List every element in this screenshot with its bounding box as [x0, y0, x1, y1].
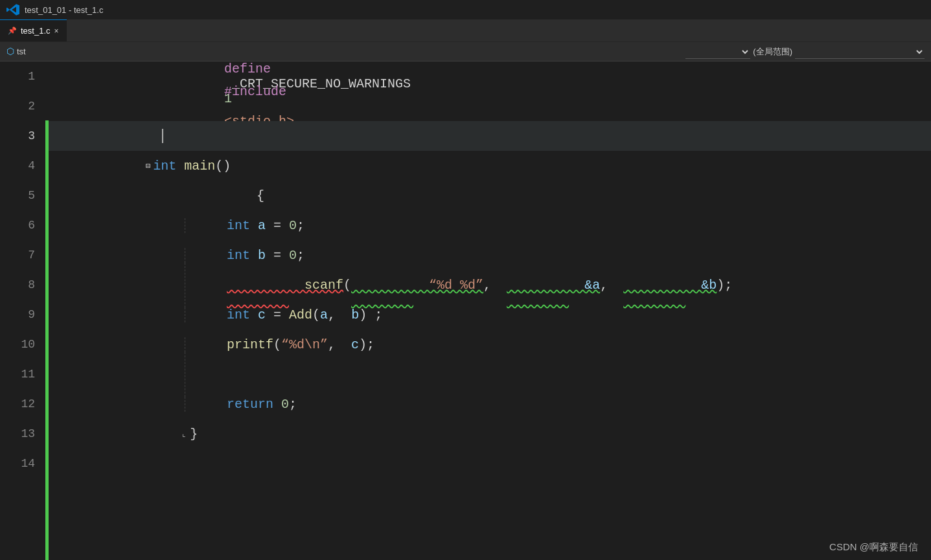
- line-num-8: 8: [0, 270, 45, 300]
- text-cursor: [162, 129, 163, 143]
- tab-pin-icon: 📌: [8, 27, 17, 35]
- code-line-12: return 0 ;: [45, 389, 931, 419]
- breadcrumb-icon: ⬡: [6, 46, 14, 57]
- code-line-2: #include <stdio.h>: [45, 91, 931, 121]
- nav-dropdown-right[interactable]: [795, 45, 925, 59]
- line-num-3: 3: [0, 121, 45, 151]
- line-num-14: 14: [0, 449, 45, 478]
- code-line-6: int a = 0 ;: [45, 210, 931, 240]
- tab-test-1-c[interactable]: 📌 test_1.c ×: [0, 19, 67, 41]
- code-line-8: scanf ( “%d %d” , &a , &b ) ;: [45, 270, 931, 300]
- line-num-5: 5: [0, 181, 45, 210]
- tab-bar: 📌 test_1.c ×: [0, 19, 931, 42]
- code-line-11: [45, 359, 931, 389]
- line-num-6: 6: [0, 210, 45, 240]
- code-line-13: ⌞ }: [45, 419, 931, 449]
- title-bar: test_01_01 - test_1.c: [0, 0, 931, 19]
- line-num-4: 4: [0, 151, 45, 181]
- line-num-1: 1: [0, 62, 45, 91]
- nav-dropdown-left[interactable]: [685, 45, 750, 59]
- active-scope-bar: [45, 120, 49, 560]
- code-line-4: ⊟ int main (): [45, 151, 931, 181]
- code-line-10: printf ( “%d\n” , c ) ;: [45, 330, 931, 359]
- window-title: test_01_01 - test_1.c: [25, 5, 103, 15]
- tab-close-button[interactable]: ×: [54, 27, 59, 36]
- line-num-2: 2: [0, 91, 45, 121]
- line-num-12: 12: [0, 389, 45, 419]
- code-line-3[interactable]: [45, 121, 931, 151]
- code-line-5: {: [45, 181, 931, 210]
- editor-area: 1 2 3 4 5 6 7 8 9 10 11 12 13 14 # defin…: [0, 62, 931, 560]
- breadcrumb-label: tst: [17, 47, 26, 56]
- fold-close-icon: ⌞: [181, 429, 186, 439]
- line-num-7: 7: [0, 240, 45, 270]
- line-num-11: 11: [0, 359, 45, 389]
- line-num-9: 9: [0, 300, 45, 330]
- code-editor[interactable]: # define _CRT_SECURE_NO_WARNINGS 1 #incl…: [45, 62, 931, 560]
- global-scope-area: (全局范围): [685, 45, 925, 59]
- breadcrumb-area: ⬡ tst: [6, 46, 26, 57]
- vs-logo: [6, 3, 19, 16]
- watermark: CSDN @啊森要自信: [829, 541, 918, 554]
- tab-label: test_1.c: [21, 26, 51, 36]
- line-num-10: 10: [0, 330, 45, 359]
- line-numbers-gutter: 1 2 3 4 5 6 7 8 9 10 11 12 13 14: [0, 62, 45, 560]
- nav-bar: ⬡ tst (全局范围): [0, 42, 931, 62]
- fold-icon[interactable]: ⊟: [146, 161, 150, 171]
- line-num-13: 13: [0, 419, 45, 449]
- code-line-9: int c = Add ( a , b ) ;: [45, 300, 931, 330]
- code-line-14: [45, 449, 931, 478]
- nav-global-scope: (全局范围): [753, 46, 792, 58]
